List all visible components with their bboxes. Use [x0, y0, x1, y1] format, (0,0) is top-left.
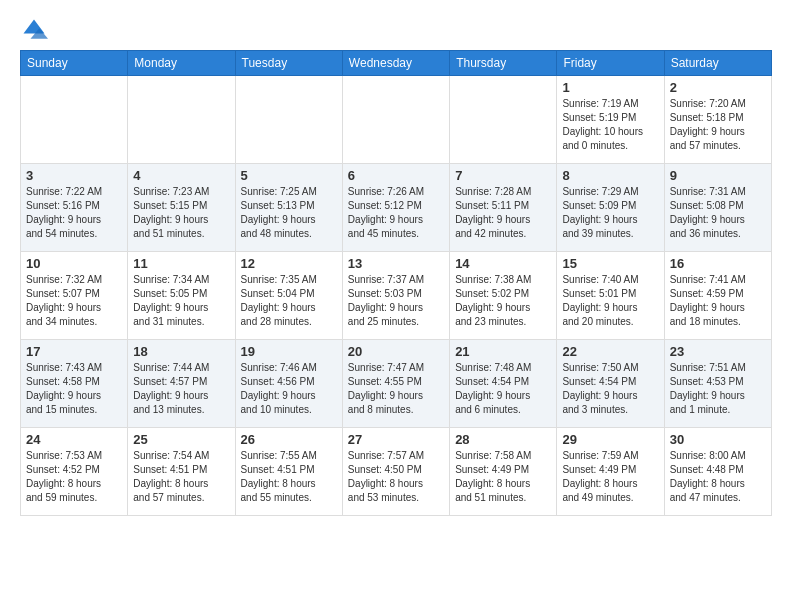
col-header-sunday: Sunday — [21, 51, 128, 76]
day-detail: Sunrise: 7:32 AM Sunset: 5:07 PM Dayligh… — [26, 273, 122, 329]
day-number: 18 — [133, 344, 229, 359]
day-detail: Sunrise: 7:47 AM Sunset: 4:55 PM Dayligh… — [348, 361, 444, 417]
day-detail: Sunrise: 7:54 AM Sunset: 4:51 PM Dayligh… — [133, 449, 229, 505]
day-number: 25 — [133, 432, 229, 447]
day-detail: Sunrise: 7:35 AM Sunset: 5:04 PM Dayligh… — [241, 273, 337, 329]
day-number: 22 — [562, 344, 658, 359]
day-detail: Sunrise: 7:22 AM Sunset: 5:16 PM Dayligh… — [26, 185, 122, 241]
day-detail: Sunrise: 7:26 AM Sunset: 5:12 PM Dayligh… — [348, 185, 444, 241]
day-detail: Sunrise: 7:37 AM Sunset: 5:03 PM Dayligh… — [348, 273, 444, 329]
day-detail: Sunrise: 7:59 AM Sunset: 4:49 PM Dayligh… — [562, 449, 658, 505]
day-detail: Sunrise: 7:44 AM Sunset: 4:57 PM Dayligh… — [133, 361, 229, 417]
day-detail: Sunrise: 7:31 AM Sunset: 5:08 PM Dayligh… — [670, 185, 766, 241]
day-number: 2 — [670, 80, 766, 95]
day-number: 8 — [562, 168, 658, 183]
calendar-cell: 25Sunrise: 7:54 AM Sunset: 4:51 PM Dayli… — [128, 428, 235, 516]
calendar-cell: 17Sunrise: 7:43 AM Sunset: 4:58 PM Dayli… — [21, 340, 128, 428]
day-number: 11 — [133, 256, 229, 271]
calendar-cell: 18Sunrise: 7:44 AM Sunset: 4:57 PM Dayli… — [128, 340, 235, 428]
day-detail: Sunrise: 7:46 AM Sunset: 4:56 PM Dayligh… — [241, 361, 337, 417]
calendar-cell: 6Sunrise: 7:26 AM Sunset: 5:12 PM Daylig… — [342, 164, 449, 252]
col-header-thursday: Thursday — [450, 51, 557, 76]
day-detail: Sunrise: 7:40 AM Sunset: 5:01 PM Dayligh… — [562, 273, 658, 329]
calendar-cell: 21Sunrise: 7:48 AM Sunset: 4:54 PM Dayli… — [450, 340, 557, 428]
calendar-cell: 13Sunrise: 7:37 AM Sunset: 5:03 PM Dayli… — [342, 252, 449, 340]
col-header-monday: Monday — [128, 51, 235, 76]
calendar-cell: 27Sunrise: 7:57 AM Sunset: 4:50 PM Dayli… — [342, 428, 449, 516]
day-number: 19 — [241, 344, 337, 359]
day-number: 30 — [670, 432, 766, 447]
calendar-cell: 10Sunrise: 7:32 AM Sunset: 5:07 PM Dayli… — [21, 252, 128, 340]
day-detail: Sunrise: 7:51 AM Sunset: 4:53 PM Dayligh… — [670, 361, 766, 417]
day-detail: Sunrise: 7:53 AM Sunset: 4:52 PM Dayligh… — [26, 449, 122, 505]
calendar-cell: 9Sunrise: 7:31 AM Sunset: 5:08 PM Daylig… — [664, 164, 771, 252]
calendar-cell: 26Sunrise: 7:55 AM Sunset: 4:51 PM Dayli… — [235, 428, 342, 516]
day-number: 26 — [241, 432, 337, 447]
day-number: 20 — [348, 344, 444, 359]
day-detail: Sunrise: 7:23 AM Sunset: 5:15 PM Dayligh… — [133, 185, 229, 241]
calendar-week-3: 17Sunrise: 7:43 AM Sunset: 4:58 PM Dayli… — [21, 340, 772, 428]
day-detail: Sunrise: 7:38 AM Sunset: 5:02 PM Dayligh… — [455, 273, 551, 329]
calendar-cell — [450, 76, 557, 164]
day-detail: Sunrise: 7:58 AM Sunset: 4:49 PM Dayligh… — [455, 449, 551, 505]
calendar-header-row: SundayMondayTuesdayWednesdayThursdayFrid… — [21, 51, 772, 76]
calendar: SundayMondayTuesdayWednesdayThursdayFrid… — [20, 50, 772, 516]
day-number: 3 — [26, 168, 122, 183]
day-number: 4 — [133, 168, 229, 183]
day-detail: Sunrise: 7:50 AM Sunset: 4:54 PM Dayligh… — [562, 361, 658, 417]
logo — [20, 16, 52, 44]
day-number: 16 — [670, 256, 766, 271]
day-detail: Sunrise: 7:29 AM Sunset: 5:09 PM Dayligh… — [562, 185, 658, 241]
day-number: 24 — [26, 432, 122, 447]
col-header-friday: Friday — [557, 51, 664, 76]
calendar-week-2: 10Sunrise: 7:32 AM Sunset: 5:07 PM Dayli… — [21, 252, 772, 340]
calendar-cell: 19Sunrise: 7:46 AM Sunset: 4:56 PM Dayli… — [235, 340, 342, 428]
day-number: 23 — [670, 344, 766, 359]
day-number: 5 — [241, 168, 337, 183]
day-detail: Sunrise: 7:19 AM Sunset: 5:19 PM Dayligh… — [562, 97, 658, 153]
calendar-cell: 30Sunrise: 8:00 AM Sunset: 4:48 PM Dayli… — [664, 428, 771, 516]
day-detail: Sunrise: 7:34 AM Sunset: 5:05 PM Dayligh… — [133, 273, 229, 329]
day-number: 7 — [455, 168, 551, 183]
calendar-cell: 28Sunrise: 7:58 AM Sunset: 4:49 PM Dayli… — [450, 428, 557, 516]
calendar-week-1: 3Sunrise: 7:22 AM Sunset: 5:16 PM Daylig… — [21, 164, 772, 252]
calendar-cell: 16Sunrise: 7:41 AM Sunset: 4:59 PM Dayli… — [664, 252, 771, 340]
day-detail: Sunrise: 7:20 AM Sunset: 5:18 PM Dayligh… — [670, 97, 766, 153]
day-number: 6 — [348, 168, 444, 183]
col-header-saturday: Saturday — [664, 51, 771, 76]
calendar-cell — [235, 76, 342, 164]
day-number: 1 — [562, 80, 658, 95]
calendar-cell: 8Sunrise: 7:29 AM Sunset: 5:09 PM Daylig… — [557, 164, 664, 252]
day-number: 28 — [455, 432, 551, 447]
calendar-cell — [21, 76, 128, 164]
calendar-cell — [342, 76, 449, 164]
calendar-cell: 22Sunrise: 7:50 AM Sunset: 4:54 PM Dayli… — [557, 340, 664, 428]
calendar-cell: 23Sunrise: 7:51 AM Sunset: 4:53 PM Dayli… — [664, 340, 771, 428]
calendar-cell: 4Sunrise: 7:23 AM Sunset: 5:15 PM Daylig… — [128, 164, 235, 252]
calendar-cell: 3Sunrise: 7:22 AM Sunset: 5:16 PM Daylig… — [21, 164, 128, 252]
calendar-cell: 24Sunrise: 7:53 AM Sunset: 4:52 PM Dayli… — [21, 428, 128, 516]
logo-icon — [20, 16, 48, 44]
day-detail: Sunrise: 7:28 AM Sunset: 5:11 PM Dayligh… — [455, 185, 551, 241]
calendar-cell: 12Sunrise: 7:35 AM Sunset: 5:04 PM Dayli… — [235, 252, 342, 340]
day-number: 17 — [26, 344, 122, 359]
col-header-wednesday: Wednesday — [342, 51, 449, 76]
day-detail: Sunrise: 7:41 AM Sunset: 4:59 PM Dayligh… — [670, 273, 766, 329]
calendar-cell — [128, 76, 235, 164]
day-number: 10 — [26, 256, 122, 271]
calendar-week-0: 1Sunrise: 7:19 AM Sunset: 5:19 PM Daylig… — [21, 76, 772, 164]
day-number: 12 — [241, 256, 337, 271]
day-detail: Sunrise: 8:00 AM Sunset: 4:48 PM Dayligh… — [670, 449, 766, 505]
calendar-cell: 11Sunrise: 7:34 AM Sunset: 5:05 PM Dayli… — [128, 252, 235, 340]
calendar-week-4: 24Sunrise: 7:53 AM Sunset: 4:52 PM Dayli… — [21, 428, 772, 516]
day-detail: Sunrise: 7:55 AM Sunset: 4:51 PM Dayligh… — [241, 449, 337, 505]
day-number: 27 — [348, 432, 444, 447]
col-header-tuesday: Tuesday — [235, 51, 342, 76]
day-detail: Sunrise: 7:25 AM Sunset: 5:13 PM Dayligh… — [241, 185, 337, 241]
day-number: 15 — [562, 256, 658, 271]
calendar-cell: 15Sunrise: 7:40 AM Sunset: 5:01 PM Dayli… — [557, 252, 664, 340]
day-detail: Sunrise: 7:57 AM Sunset: 4:50 PM Dayligh… — [348, 449, 444, 505]
day-detail: Sunrise: 7:48 AM Sunset: 4:54 PM Dayligh… — [455, 361, 551, 417]
day-number: 29 — [562, 432, 658, 447]
calendar-cell: 2Sunrise: 7:20 AM Sunset: 5:18 PM Daylig… — [664, 76, 771, 164]
